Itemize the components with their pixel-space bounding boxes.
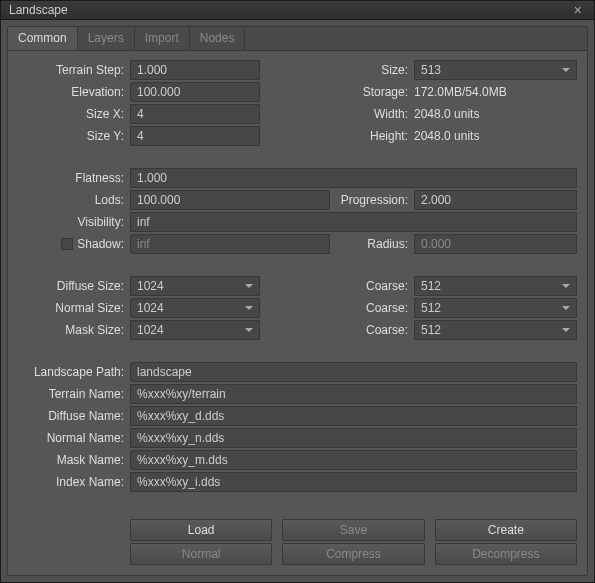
shadow-input: inf bbox=[130, 234, 330, 254]
shadow-label: Shadow: bbox=[18, 237, 130, 251]
diffuse-size-label: Diffuse Size: bbox=[18, 279, 130, 293]
terrain-name-input[interactable]: %xxx%xy/terrain bbox=[130, 384, 577, 404]
size-x-input[interactable]: 4 bbox=[130, 104, 260, 124]
normal-name-input[interactable]: %xxx%xy_n.dds bbox=[130, 428, 577, 448]
shadow-checkbox[interactable] bbox=[61, 238, 73, 250]
panel: Common Layers Import Nodes Terrain Step:… bbox=[7, 26, 588, 576]
terrain-step-input[interactable]: 1.000 bbox=[130, 60, 260, 80]
index-name-input[interactable]: %xxx%xy_i.dds bbox=[130, 472, 577, 492]
index-name-label: Index Name: bbox=[18, 475, 130, 489]
window-title: Landscape bbox=[9, 3, 570, 17]
coarse2-label: Coarse: bbox=[332, 301, 414, 315]
terrain-step-label: Terrain Step: bbox=[18, 63, 130, 77]
landscape-path-input[interactable]: landscape bbox=[130, 362, 577, 382]
tab-common[interactable]: Common bbox=[8, 27, 78, 50]
save-button[interactable]: Save bbox=[282, 519, 424, 541]
normal-size-label: Normal Size: bbox=[18, 301, 130, 315]
normal-size-combo[interactable]: 1024 bbox=[130, 298, 260, 318]
progression-label: Progression: bbox=[332, 193, 414, 207]
coarse3-combo[interactable]: 512 bbox=[414, 320, 577, 340]
terrain-name-label: Terrain Name: bbox=[18, 387, 130, 401]
storage-value: 172.0MB/54.0MB bbox=[414, 85, 577, 99]
normal-name-label: Normal Name: bbox=[18, 431, 130, 445]
normal-button[interactable]: Normal bbox=[130, 543, 272, 565]
radius-input: 0.000 bbox=[414, 234, 577, 254]
width-value: 2048.0 units bbox=[414, 107, 577, 121]
size-label: Size: bbox=[332, 63, 414, 77]
tab-content: Terrain Step: 1.000 Size: 513 Elevation:… bbox=[8, 51, 587, 575]
flatness-input[interactable]: 1.000 bbox=[130, 168, 577, 188]
coarse1-combo[interactable]: 512 bbox=[414, 276, 577, 296]
size-y-label: Size Y: bbox=[18, 129, 130, 143]
size-y-input[interactable]: 4 bbox=[130, 126, 260, 146]
tab-nodes[interactable]: Nodes bbox=[190, 27, 246, 50]
lods-input[interactable]: 100.000 bbox=[130, 190, 330, 210]
diffuse-size-combo[interactable]: 1024 bbox=[130, 276, 260, 296]
coarse1-label: Coarse: bbox=[332, 279, 414, 293]
elevation-label: Elevation: bbox=[18, 85, 130, 99]
decompress-button[interactable]: Decompress bbox=[435, 543, 577, 565]
storage-label: Storage: bbox=[332, 85, 414, 99]
radius-label: Radius: bbox=[332, 237, 414, 251]
tabs: Common Layers Import Nodes bbox=[8, 27, 587, 51]
coarse2-combo[interactable]: 512 bbox=[414, 298, 577, 318]
progression-input[interactable]: 2.000 bbox=[414, 190, 577, 210]
diffuse-name-label: Diffuse Name: bbox=[18, 409, 130, 423]
mask-name-label: Mask Name: bbox=[18, 453, 130, 467]
mask-name-input[interactable]: %xxx%xy_m.dds bbox=[130, 450, 577, 470]
compress-button[interactable]: Compress bbox=[282, 543, 424, 565]
create-button[interactable]: Create bbox=[435, 519, 577, 541]
load-button[interactable]: Load bbox=[130, 519, 272, 541]
mask-size-label: Mask Size: bbox=[18, 323, 130, 337]
coarse3-label: Coarse: bbox=[332, 323, 414, 337]
tab-import[interactable]: Import bbox=[135, 27, 190, 50]
shadow-label-text: Shadow: bbox=[77, 237, 124, 251]
flatness-label: Flatness: bbox=[18, 171, 130, 185]
titlebar: Landscape × bbox=[1, 1, 594, 20]
size-combo[interactable]: 513 bbox=[414, 60, 577, 80]
mask-size-combo[interactable]: 1024 bbox=[130, 320, 260, 340]
visibility-input[interactable]: inf bbox=[130, 212, 577, 232]
diffuse-name-input[interactable]: %xxx%xy_d.dds bbox=[130, 406, 577, 426]
tab-layers[interactable]: Layers bbox=[78, 27, 135, 50]
size-x-label: Size X: bbox=[18, 107, 130, 121]
visibility-label: Visibility: bbox=[18, 215, 130, 229]
height-label: Height: bbox=[332, 129, 414, 143]
lods-label: Lods: bbox=[18, 193, 130, 207]
width-label: Width: bbox=[332, 107, 414, 121]
close-icon[interactable]: × bbox=[570, 2, 586, 18]
elevation-input[interactable]: 100.000 bbox=[130, 82, 260, 102]
landscape-path-label: Landscape Path: bbox=[18, 365, 130, 379]
landscape-window: Landscape × Common Layers Import Nodes T… bbox=[0, 0, 595, 583]
height-value: 2048.0 units bbox=[414, 129, 577, 143]
